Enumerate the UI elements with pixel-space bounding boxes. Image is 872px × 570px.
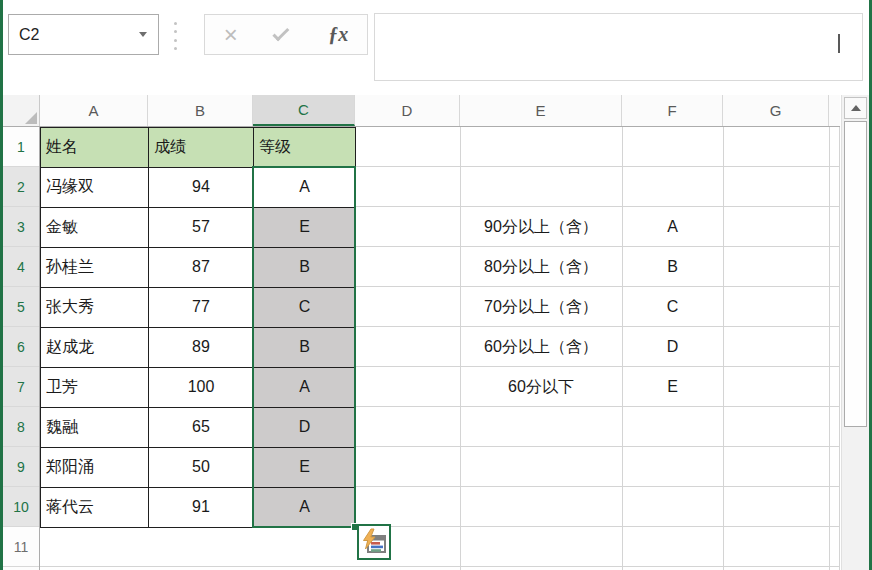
cell-name[interactable]: 赵成龙 [41, 328, 149, 368]
table-row: 冯缘双 94 A [41, 168, 356, 208]
quick-analysis-icon [360, 528, 388, 556]
cell-score[interactable]: 91 [149, 488, 254, 528]
grade-legend: 90分以上（含） A 80分以上（含） B 70分以上（含） C 60分以上（含… [460, 207, 723, 407]
cell-grade[interactable]: D [254, 408, 356, 448]
select-all-triangle-icon [25, 112, 37, 124]
legend-grade-cell[interactable]: B [622, 247, 723, 287]
gridline [829, 127, 830, 570]
table-row: 赵成龙 89 B [41, 328, 356, 368]
cell-name[interactable]: 张大秀 [41, 288, 149, 328]
row-header-5[interactable]: 5 [3, 287, 39, 327]
scroll-up-icon [851, 105, 861, 111]
row-header-11[interactable]: 11 [3, 527, 39, 567]
cell-grade[interactable]: A [254, 368, 356, 408]
cell-name[interactable]: 冯缘双 [41, 168, 149, 208]
column-header-strip: A B C D E F G [3, 95, 840, 127]
legend-grade-cell[interactable]: A [622, 207, 723, 247]
table-row: 卫芳 100 A [41, 368, 356, 408]
header-cell-score[interactable]: 成绩 [149, 128, 254, 168]
active-cell-C2[interactable]: A [254, 168, 356, 208]
cell-grade[interactable]: B [254, 248, 356, 288]
table-row: 郑阳涌 50 E [41, 448, 356, 488]
column-header-B[interactable]: B [148, 95, 253, 126]
cell-grade[interactable]: C [254, 288, 356, 328]
header-cell-grade[interactable]: 等级 [254, 128, 356, 168]
row-header-1[interactable]: 1 [3, 127, 39, 167]
row-header-2[interactable]: 2 [3, 167, 39, 207]
legend-grade-cell[interactable]: E [622, 367, 723, 407]
column-header-A[interactable]: A [40, 95, 148, 126]
cell-score[interactable]: 65 [149, 408, 254, 448]
cell-score[interactable]: 89 [149, 328, 254, 368]
table-row: 魏融 65 D [41, 408, 356, 448]
formula-bar-splitter-icon[interactable] [174, 22, 178, 50]
column-header-F[interactable]: F [622, 95, 723, 126]
cell-score[interactable]: 77 [149, 288, 254, 328]
row-header-8[interactable]: 8 [3, 407, 39, 447]
cancel-icon[interactable]: × [224, 23, 238, 47]
collapse-formula-bar-icon[interactable] [838, 30, 852, 44]
cell-score[interactable]: 57 [149, 208, 254, 248]
formula-line-1: =IF(B2>=90,"A",IF(B2>=80,"B",IF(B2>=70, [385, 79, 828, 81]
table-row: 孙桂兰 87 B [41, 248, 356, 288]
legend-row: 70分以上（含） C [460, 287, 723, 327]
gridline [839, 127, 840, 570]
column-header-D[interactable]: D [355, 95, 460, 126]
legend-row: 60分以下 E [460, 367, 723, 407]
cell-grade[interactable]: E [254, 208, 356, 248]
cell-score[interactable]: 87 [149, 248, 254, 288]
cell-grade[interactable]: E [254, 448, 356, 488]
gridline [723, 127, 724, 570]
legend-label-cell[interactable]: 90分以上（含） [460, 207, 622, 247]
formula-input[interactable]: =IF(B2>=90,"A",IF(B2>=80,"B",IF(B2>=70, … [374, 13, 863, 81]
scroll-up-button[interactable] [844, 97, 867, 119]
legend-label-cell[interactable]: 80分以上（含） [460, 247, 622, 287]
legend-grade-cell[interactable]: C [622, 287, 723, 327]
legend-label-cell[interactable]: 60分以上（含） [460, 327, 622, 367]
cell-score[interactable]: 94 [149, 168, 254, 208]
row-header-7[interactable]: 7 [3, 367, 39, 407]
legend-label-cell[interactable]: 60分以下 [460, 367, 622, 407]
excel-window: C2 × ƒx =IF(B2>=90,"A",IF(B2>=80,"B",IF(… [0, 0, 872, 570]
header-cell-name[interactable]: 姓名 [41, 128, 149, 168]
row-header-3[interactable]: 3 [3, 207, 39, 247]
table-row: 张大秀 77 C [41, 288, 356, 328]
cell-score[interactable]: 50 [149, 448, 254, 488]
row-header-6[interactable]: 6 [3, 327, 39, 367]
legend-row: 90分以上（含） A [460, 207, 723, 247]
name-box-value: C2 [19, 15, 39, 54]
row-header-10[interactable]: 10 [3, 487, 39, 527]
cell-name[interactable]: 魏融 [41, 408, 149, 448]
table-header-row: 姓名 成绩 等级 [41, 128, 356, 168]
cell-score[interactable]: 100 [149, 368, 254, 408]
column-header-partial[interactable] [829, 95, 840, 126]
scores-table: 姓名 成绩 等级 冯缘双 94 A 金敏 57 E 孙桂兰 87 B 张大秀 7… [40, 127, 356, 528]
cell-grade[interactable]: B [254, 328, 356, 368]
table-row: 金敏 57 E [41, 208, 356, 248]
formula-button-group: × ƒx [204, 14, 368, 55]
column-header-E[interactable]: E [460, 95, 622, 126]
cell-name[interactable]: 金敏 [41, 208, 149, 248]
insert-function-icon[interactable]: ƒx [328, 23, 348, 46]
column-header-C[interactable]: C [253, 95, 355, 126]
cell-grade[interactable]: A [254, 488, 356, 528]
enter-icon[interactable] [272, 24, 289, 41]
cell-name[interactable]: 孙桂兰 [41, 248, 149, 288]
vertical-scrollbar-thumb[interactable] [844, 121, 867, 427]
cell-name[interactable]: 郑阳涌 [41, 448, 149, 488]
column-header-G[interactable]: G [723, 95, 829, 126]
select-all-corner[interactable] [3, 95, 40, 126]
cell-name[interactable]: 蒋代云 [41, 488, 149, 528]
name-box-dropdown-icon[interactable] [139, 32, 147, 37]
cell-name[interactable]: 卫芳 [41, 368, 149, 408]
table-row: 蒋代云 91 A [41, 488, 356, 528]
legend-grade-cell[interactable]: D [622, 327, 723, 367]
row-header-strip: 1 2 3 4 5 6 7 8 9 10 11 [3, 127, 40, 570]
quick-analysis-button[interactable] [357, 524, 391, 560]
row-header-9[interactable]: 9 [3, 447, 39, 487]
legend-row: 60分以上（含） D [460, 327, 723, 367]
name-box[interactable]: C2 [8, 14, 159, 55]
legend-label-cell[interactable]: 70分以上（含） [460, 287, 622, 327]
legend-row: 80分以上（含） B [460, 247, 723, 287]
row-header-4[interactable]: 4 [3, 247, 39, 287]
